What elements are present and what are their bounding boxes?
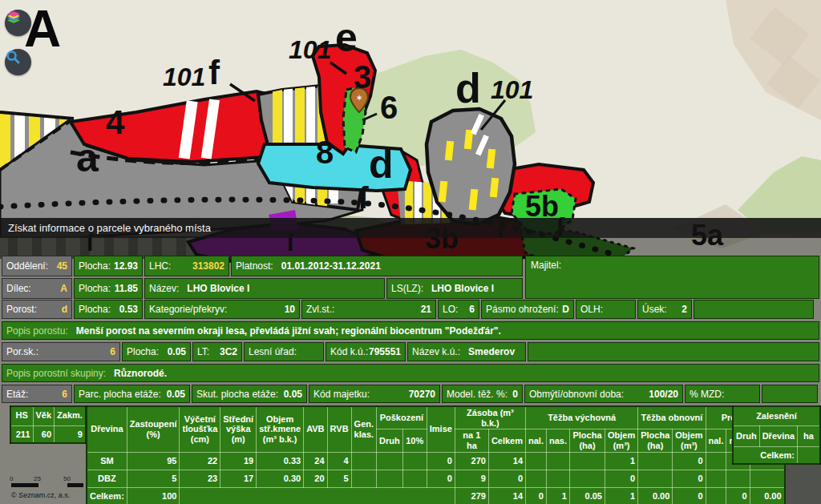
cell: 22 xyxy=(180,452,220,470)
cell xyxy=(351,470,376,487)
header-cell: na 1 ha xyxy=(455,429,488,452)
info-cell-popis-porostní-skupiny: Popis porostní skupiny:Různorodé. xyxy=(2,364,819,382)
cell xyxy=(402,452,427,470)
cell xyxy=(546,452,569,470)
info-cell-porost: Porost:d xyxy=(2,300,72,319)
table-row: 211609 xyxy=(10,425,86,443)
header-cell: Výčetní tloušťka (cm) xyxy=(180,406,220,452)
cell xyxy=(402,470,427,487)
cell xyxy=(526,452,547,470)
header-cell: Celkem xyxy=(488,429,525,452)
header-cell: Věk xyxy=(33,406,55,425)
map-label-101: 101 xyxy=(163,64,205,90)
cell xyxy=(750,470,785,487)
stand-table-main: DřevinaZastoupení (%)Výčetní tloušťka (c… xyxy=(86,405,786,504)
cell: 0.30 xyxy=(257,470,304,487)
info-cell-platnost: Platnost:01.01.2012-31.12.2021 xyxy=(231,256,523,276)
cell: 4 xyxy=(327,452,351,470)
map-label-5b: 5b xyxy=(525,192,559,221)
cell: 95 xyxy=(127,452,180,470)
cell: 14 xyxy=(488,487,525,504)
cell: 0 xyxy=(427,470,455,487)
stand-table-left: HSVěkZakm.211609 xyxy=(10,405,87,444)
cell: 5 xyxy=(127,470,180,487)
info-cell-kód-k-ú: Kód k.ú.:795551 xyxy=(326,342,406,361)
info-cell-etáž: Etáž:6 xyxy=(2,385,72,403)
map-label-e: e xyxy=(335,18,358,58)
cell: 1 xyxy=(605,452,637,470)
cell xyxy=(377,452,403,470)
header-cell: Poškození xyxy=(377,406,427,429)
stand-table-zalesneni: ZalesněníDruhDřevinahaCelkem: xyxy=(732,405,821,465)
cell: 9 xyxy=(455,470,488,487)
info-cell-model-těž-%: Model. těž. %:0 xyxy=(442,385,523,403)
info-cell-plocha: Plocha:0.53 xyxy=(74,300,143,319)
cell: 0 xyxy=(605,470,637,487)
info-row-7: Etáž:6Parc. plocha etáže:0.05Skut. ploch… xyxy=(2,385,818,403)
header-cell: Objem (m³) xyxy=(673,429,706,452)
cell: 0.00 xyxy=(638,487,673,504)
map-label-101: 101 xyxy=(491,77,533,103)
info-row-6: Popis porostní skupiny:Různorodé. xyxy=(2,364,819,382)
table-row: SM9522190.3324402701410 xyxy=(87,452,785,470)
cell: 17 xyxy=(220,470,257,487)
layers-button[interactable] xyxy=(5,10,31,36)
cell: 0.33 xyxy=(257,452,304,470)
header-cell: 10% xyxy=(402,429,427,452)
cell: 1 xyxy=(546,487,569,504)
cell: 0 xyxy=(726,487,750,504)
map-label-f: f xyxy=(208,56,220,90)
header-cell: Zastoupení (%) xyxy=(127,406,180,452)
cell: 100 xyxy=(127,487,180,504)
cell: 279 xyxy=(455,487,488,504)
info-cell-dílec: Dílec:A xyxy=(2,278,72,299)
cell: 1 xyxy=(605,487,637,504)
table-row: Celkem: xyxy=(733,446,820,464)
map-label-ſ: ſ xyxy=(359,183,368,213)
info-cell-majitel: Majitel: xyxy=(525,256,819,299)
cell xyxy=(706,470,726,487)
cell: 24 xyxy=(304,452,327,470)
header-cell: Plocha (ha) xyxy=(569,429,605,452)
cell xyxy=(706,487,726,504)
search-icon xyxy=(5,49,21,65)
cell xyxy=(546,470,569,487)
cell: 5 xyxy=(327,470,351,487)
region-d101 xyxy=(427,109,515,224)
layers-icon xyxy=(5,10,22,27)
info-cell-%-mzd: % MZD: xyxy=(685,385,760,403)
info-cell-popis-porostu: Popis porostu:Menší porost na severním o… xyxy=(2,321,819,340)
header-cell: Objem (m³) xyxy=(605,429,637,452)
cell xyxy=(180,487,455,504)
map-label-d: d xyxy=(369,144,394,184)
info-cell-kód-majetku: Kód majetku:70270 xyxy=(309,385,440,403)
info-cell-název-k-ú: Název k.ú.:Smederov xyxy=(407,342,526,361)
cell: 0.00 xyxy=(750,487,785,504)
table-row: Celkem:10027914010.0510.00000.00 xyxy=(87,487,785,504)
header-cell: Dřevina xyxy=(759,425,797,446)
info-cell-ls-lz: LS(LZ):LHO Blovice I xyxy=(386,278,523,299)
cell: 0.05 xyxy=(569,487,605,504)
info-row-4: Popis porostu:Menší porost na severním o… xyxy=(2,321,819,340)
header-cell: nas. xyxy=(546,429,569,452)
info-cell-skut-plocha-etáže: Skut. plocha etáže:0.05 xyxy=(192,385,307,403)
info-cell-kategorie-překryv: Kategorie/překryv:10 xyxy=(144,300,300,319)
cell: Celkem: xyxy=(87,487,127,504)
cell xyxy=(726,470,750,487)
map-label-4: 4 xyxy=(106,106,124,139)
cell xyxy=(526,470,547,487)
search-button[interactable] xyxy=(5,49,31,75)
cell: 9 xyxy=(55,425,86,443)
header-cell: Těžba obnovní xyxy=(638,406,706,429)
majitel-label: Majitel: xyxy=(531,260,561,271)
map-tooltip: Získat informace o parcele vybraného mís… xyxy=(0,218,821,238)
map-label-3: 3 xyxy=(354,61,371,93)
cell: 0 xyxy=(427,452,455,470)
header-cell: Druh xyxy=(733,425,759,446)
cell: 23 xyxy=(180,470,220,487)
info-cell-lesní-úřad: Lesní úřad: xyxy=(244,342,324,361)
info-cell-empty xyxy=(528,342,819,361)
info-cell-plocha: Plocha:12.93 xyxy=(74,256,143,276)
table-row: DBZ523170.3020509000 xyxy=(87,470,785,487)
header-cell: RVB xyxy=(327,406,351,452)
